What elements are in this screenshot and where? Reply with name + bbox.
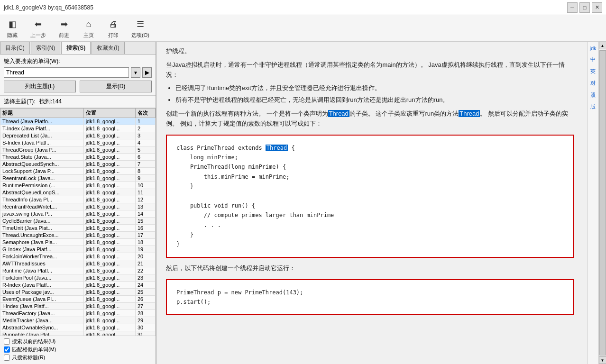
table-row[interactable]: javax.swing (Java P...jdk1.8_googl...14 [0,210,156,218]
table-row[interactable]: AbstractOwnableSync...jdk1.8_googl...30 [0,324,156,331]
table-row[interactable]: Runnable (Java Plat...jdk1.8_googl...31 [0,331,156,336]
tab-index[interactable]: 索引(N) [31,42,61,54]
row-rank: 20 [135,253,155,260]
table-row[interactable]: ThreadGroup (Java P...jdk1.8_googl...5 [0,146,156,154]
table-row[interactable]: ReentrantReadWriteL...jdk1.8_googl...13 [0,203,156,210]
back-button[interactable]: ⬅ 上一步 [28,17,48,40]
forward-label: 前进 [59,32,69,39]
table-row[interactable]: MediaTracker (Java...jdk1.8_googl...29 [0,317,156,324]
results-table-wrap[interactable]: 标题 位置 名次 Thread (Java Platfo...jdk1.8_go… [0,108,156,336]
print-label: 打印 [108,32,119,39]
side-label-en[interactable]: 英 [589,66,597,77]
scroll-up-button[interactable]: ▲ [599,42,606,49]
right-content-inner[interactable]: 护线程。 当Java虚拟机启动时，通常有一个非守护进程线程（通常调用某些指定类的… [156,42,587,364]
table-row[interactable]: LockSupport (Java P...jdk1.8_googl...8 [0,168,156,175]
row-rank: 30 [135,324,155,331]
search-input[interactable] [4,67,129,78]
match-similar-checkbox[interactable] [4,346,10,353]
table-row[interactable]: Runtime (Java Platf...jdk1.8_googl...22 [0,267,156,274]
table-row[interactable]: ThreadInfo (Java Pl...jdk1.8_googl...12 [0,196,156,203]
table-row[interactable]: Thread (Java Platfo...jdk1.8_googl...1 [0,118,156,125]
table-row[interactable]: R-Index (Java Platf...jdk1.8_googl...24 [0,282,156,289]
tab-contents[interactable]: 目录(C) [0,42,30,54]
row-title: S-Index (Java Platf... [0,139,84,146]
row-rank: 12 [135,196,155,203]
table-row[interactable]: ReentrantLock (Java...jdk1.8_googl...9 [0,175,156,182]
tab-favorites[interactable]: 收藏夹(I) [92,42,124,54]
forward-button[interactable]: ➡ 前进 [55,17,73,40]
highlight-thread-2: Thread [459,110,480,117]
row-location: jdk1.8_googl... [83,168,135,175]
table-row[interactable]: S-Index (Java Platf...jdk1.8_googl...4 [0,139,156,146]
dropdown-button[interactable]: ▼ [131,67,140,78]
row-rank: 9 [135,175,155,182]
intro-text: 护线程。 [166,46,574,56]
table-row[interactable]: ThreadFactory (Java...jdk1.8_googl...28 [0,310,156,317]
title-only-label: 只搜索标题(R) [12,354,45,361]
list-topics-button[interactable]: 列出主题(L) [4,81,76,92]
content-area: 护线程。 当Java虚拟机启动时，通常有一个非守护进程线程（通常调用某些指定类的… [156,42,583,326]
table-row[interactable]: AbstractQueuedSynch...jdk1.8_googl...7 [0,161,156,168]
vertical-scrollbar[interactable]: ▲ ▼ [598,42,606,364]
row-title: ReentrantReadWriteL... [0,203,84,210]
tab-index-label: 索引(N) [36,45,55,51]
show-button[interactable]: 显示(D) [80,81,152,92]
table-row[interactable]: T-Index (Java Platf...jdk1.8_googl...2 [0,125,156,132]
side-label-ban[interactable]: 版 [589,101,597,112]
table-row[interactable]: I-Index (Java Platf...jdk1.8_googl...27 [0,303,156,310]
row-location: jdk1.8_googl... [83,218,135,225]
maximize-button[interactable]: □ [579,2,590,13]
print-button[interactable]: 🖨 打印 [105,17,122,40]
minimize-button[interactable]: ─ [567,2,578,13]
print-icon: 🖨 [107,18,120,31]
scroll-down-button[interactable]: ▼ [599,356,606,364]
title-only-checkbox[interactable] [4,355,10,361]
right-content-wrapper: 护线程。 当Java虚拟机启动时，通常有一个非守护进程线程（通常调用某些指定类的… [156,42,606,364]
table-row[interactable]: RuntimePermission (...jdk1.8_googl...10 [0,182,156,189]
row-location: jdk1.8_googl... [83,232,135,239]
found-count: 找到:144 [39,98,62,106]
row-location: jdk1.8_googl... [83,161,135,168]
tab-search[interactable]: 搜索(S) [61,42,91,54]
table-row[interactable]: Uses of Package jav...jdk1.8_googl...25 [0,289,156,296]
results-section: 选择主题(T): 找到:144 标题 位置 名次 Thread (Java Pl… [0,96,156,364]
table-row[interactable]: CyclicBarrier (Java...jdk1.8_googl...15 [0,218,156,225]
row-rank: 31 [135,331,155,336]
options-button[interactable]: ☰ 选项(O) [129,17,151,40]
row-location: jdk1.8_googl... [83,260,135,267]
side-label-jdk[interactable]: jdk [588,44,597,53]
table-row[interactable]: AWTThreadIssuesjdk1.8_googl...21 [0,260,156,267]
table-row[interactable]: TimeUnit (Java Plat...jdk1.8_googl...16 [0,225,156,232]
scroll-thumb[interactable] [599,50,606,355]
hide-button[interactable]: ◧ 隐藏 [4,17,21,40]
table-row[interactable]: Deprecated List (Ja...jdk1.8_googl...3 [0,132,156,139]
back-icon: ⬅ [32,18,45,31]
row-rank: 1 [135,118,155,125]
hide-label: 隐藏 [7,32,18,39]
side-label-zh[interactable]: 中 [589,54,597,65]
highlight-thread-1: Thread [328,110,349,117]
row-location: jdk1.8_googl... [83,282,135,289]
hide-icon: ◧ [6,18,19,31]
table-row[interactable]: Thread.State (Java...jdk1.8_googl...6 [0,154,156,161]
table-row[interactable]: AbstractQueuedLongS...jdk1.8_googl...11 [0,189,156,196]
forward-icon: ➡ [57,18,71,31]
table-row[interactable]: Thread.UncaughtExce...jdk1.8_googl...17 [0,232,156,239]
next-button[interactable]: ▶ [142,67,152,78]
row-rank: 27 [135,303,155,310]
side-label-zhao[interactable]: 照 [589,90,597,100]
home-button[interactable]: ⌂ 主页 [80,17,97,40]
main-layout: 目录(C) 索引(N) 搜索(S) 收藏夹(I) 键入要搜索的单词(W): ▼ … [0,42,606,364]
close-button[interactable]: ✕ [592,2,602,13]
table-row[interactable]: Semaphore (Java Pla...jdk1.8_googl...18 [0,239,156,246]
para2-mid: 的子类。 这个子类应该重写run类的方法 [349,110,459,117]
table-row[interactable]: G-Index (Java Platf...jdk1.8_googl...19 [0,246,156,253]
table-row[interactable]: EventQueue (Java Pl...jdk1.8_googl...26 [0,296,156,303]
search-previous-checkbox[interactable] [4,338,10,345]
table-row[interactable]: ForkJoinPool (Java...jdk1.8_googl...23 [0,274,156,282]
table-row[interactable]: ForkJoinWorkerThrea...jdk1.8_googl...20 [0,253,156,260]
options-icon: ☰ [134,18,147,31]
row-location: jdk1.8_googl... [83,324,135,331]
row-title: Runtime (Java Platf... [0,267,84,274]
side-label-dui[interactable]: 对 [589,78,597,89]
